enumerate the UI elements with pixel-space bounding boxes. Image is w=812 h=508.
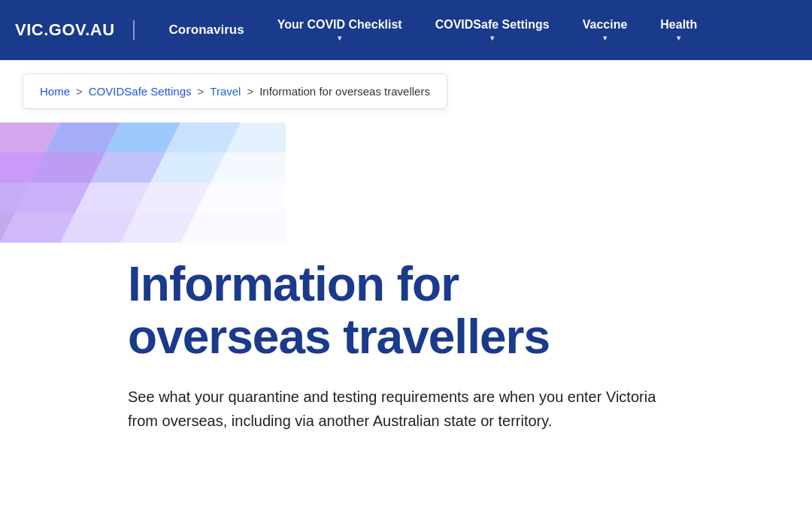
chevron-down-icon: ▾	[603, 34, 607, 42]
page-description: See what your quarantine and testing req…	[128, 385, 684, 433]
hero-decoration	[0, 122, 286, 243]
nav-item-coronavirus[interactable]: Coronavirus	[153, 0, 261, 60]
nav-item-health[interactable]: Health ▾	[644, 0, 714, 60]
breadcrumb-separator-2: >	[198, 85, 205, 98]
chevron-down-icon: ▾	[338, 34, 341, 42]
breadcrumb-separator-1: >	[76, 85, 83, 98]
chevron-down-icon: ▾	[677, 34, 680, 42]
site-logo[interactable]: VIC.GOV.AU	[15, 20, 135, 40]
hero-section	[0, 122, 812, 243]
breadcrumb-current: Information for overseas travellers	[259, 85, 430, 98]
nav-item-covid-checklist[interactable]: Your COVID Checklist ▾	[261, 0, 419, 60]
nav-links: Coronavirus Your COVID Checklist ▾ COVID…	[153, 0, 797, 60]
breadcrumb-travel[interactable]: Travel	[210, 85, 241, 98]
navbar: VIC.GOV.AU Coronavirus Your COVID Checkl…	[0, 0, 812, 60]
main-content: Information for overseas travellers See …	[0, 243, 812, 478]
page-title: Information for overseas travellers	[128, 258, 684, 364]
nav-item-covidsafe-settings[interactable]: COVIDSafe Settings ▾	[419, 0, 566, 60]
chevron-down-icon: ▾	[490, 34, 494, 42]
svg-marker-14	[195, 183, 286, 213]
breadcrumb: Home > COVIDSafe Settings > Travel > Inf…	[23, 74, 447, 109]
breadcrumb-separator-3: >	[247, 85, 253, 98]
breadcrumb-section: Home > COVIDSafe Settings > Travel > Inf…	[0, 60, 812, 122]
breadcrumb-home[interactable]: Home	[40, 85, 70, 98]
svg-marker-19	[180, 213, 286, 243]
breadcrumb-covidsafe-settings[interactable]: COVIDSafe Settings	[89, 85, 192, 98]
nav-item-vaccine[interactable]: Vaccine ▾	[566, 0, 644, 60]
